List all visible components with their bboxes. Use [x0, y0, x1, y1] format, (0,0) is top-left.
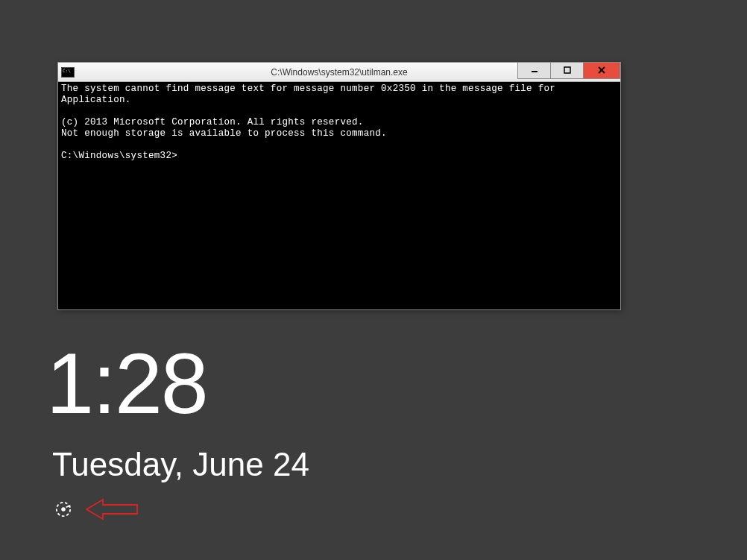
console-prompt: C:\Windows\system32>: [61, 151, 177, 161]
svg-rect-1: [564, 67, 570, 73]
window-controls: [517, 63, 620, 79]
arrow-left-icon: [85, 497, 140, 521]
console-line: Not enough storage is available to proce…: [61, 128, 387, 139]
cmd-icon-label: C:\: [63, 69, 71, 73]
window-title: C:\Windows\system32\utilman.exe: [271, 67, 407, 78]
console-line: (c) 2013 Microsoft Corporation. All righ…: [61, 117, 364, 128]
arrow-annotation: [85, 497, 140, 521]
svg-point-5: [61, 507, 66, 512]
maximize-icon: [564, 66, 571, 75]
titlebar[interactable]: C:\ C:\Windows\system32\utilman.exe: [58, 63, 620, 82]
ease-of-access-button[interactable]: [55, 501, 72, 517]
close-icon: [597, 65, 606, 77]
console-output[interactable]: The system cannot find message text for …: [58, 82, 620, 309]
minimize-icon: [531, 66, 538, 75]
command-prompt-window[interactable]: C:\ C:\Windows\system32\utilman.exe The …: [57, 62, 621, 310]
close-button[interactable]: [583, 63, 620, 79]
console-line: The system cannot find message text for …: [61, 84, 561, 105]
minimize-button[interactable]: [517, 63, 550, 79]
svg-rect-0: [532, 71, 538, 72]
lockscreen-date: Tuesday, June 24: [52, 446, 309, 483]
maximize-button[interactable]: [550, 63, 583, 79]
lockscreen-time: 1:28: [46, 334, 207, 432]
cmd-icon: C:\: [61, 67, 75, 78]
ease-of-access-icon: [55, 501, 72, 517]
